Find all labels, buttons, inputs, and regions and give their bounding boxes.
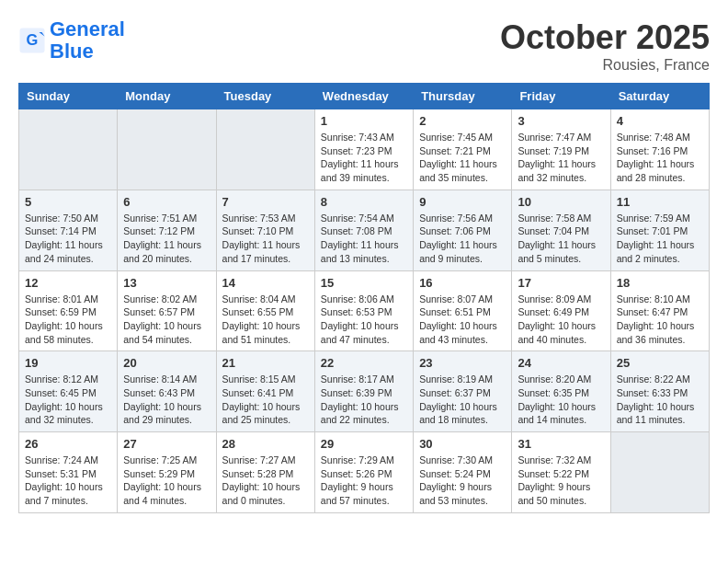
day-info: Sunrise: 7:29 AMSunset: 5:26 PMDaylight:… — [321, 454, 407, 508]
day-info: Sunrise: 7:47 AMSunset: 7:19 PMDaylight:… — [518, 131, 604, 185]
day-number: 23 — [419, 356, 506, 370]
calendar-cell: 31Sunrise: 7:32 AMSunset: 5:22 PMDayligh… — [512, 432, 610, 513]
day-info: Sunrise: 8:04 AMSunset: 6:55 PMDaylight:… — [222, 293, 309, 347]
day-number: 16 — [419, 276, 506, 290]
day-number: 18 — [617, 276, 703, 290]
calendar-cell: 23Sunrise: 8:19 AMSunset: 6:37 PMDayligh… — [414, 351, 512, 432]
day-info: Sunrise: 7:53 AMSunset: 7:10 PMDaylight:… — [222, 212, 309, 266]
day-number: 8 — [321, 195, 407, 209]
calendar-cell: 25Sunrise: 8:22 AMSunset: 6:33 PMDayligh… — [610, 351, 709, 432]
day-number: 3 — [518, 114, 604, 128]
day-number: 12 — [25, 276, 111, 290]
col-header-saturday: Saturday — [610, 84, 709, 109]
day-info: Sunrise: 8:15 AMSunset: 6:41 PMDaylight:… — [222, 373, 309, 427]
day-number: 9 — [419, 195, 506, 209]
day-info: Sunrise: 7:50 AMSunset: 7:14 PMDaylight:… — [25, 212, 111, 266]
day-number: 15 — [321, 276, 407, 290]
calendar-cell: 24Sunrise: 8:20 AMSunset: 6:35 PMDayligh… — [512, 351, 610, 432]
day-info: Sunrise: 7:43 AMSunset: 7:23 PMDaylight:… — [321, 131, 407, 185]
day-info: Sunrise: 7:25 AMSunset: 5:29 PMDaylight:… — [123, 454, 210, 508]
calendar-table: SundayMondayTuesdayWednesdayThursdayFrid… — [18, 83, 710, 513]
calendar-cell: 2Sunrise: 7:45 AMSunset: 7:21 PMDaylight… — [414, 109, 512, 190]
day-number: 20 — [123, 356, 210, 370]
day-info: Sunrise: 8:22 AMSunset: 6:33 PMDaylight:… — [617, 373, 703, 427]
page-header: G General Blue October 2025 Rousies, Fra… — [18, 18, 710, 74]
day-info: Sunrise: 8:12 AMSunset: 6:45 PMDaylight:… — [25, 373, 111, 427]
day-number: 19 — [25, 356, 111, 370]
calendar-cell: 5Sunrise: 7:50 AMSunset: 7:14 PMDaylight… — [19, 190, 118, 270]
calendar-cell: 26Sunrise: 7:24 AMSunset: 5:31 PMDayligh… — [19, 432, 118, 513]
day-info: Sunrise: 7:58 AMSunset: 7:04 PMDaylight:… — [518, 212, 604, 266]
day-info: Sunrise: 8:10 AMSunset: 6:47 PMDaylight:… — [617, 293, 703, 347]
calendar-cell: 7Sunrise: 7:53 AMSunset: 7:10 PMDaylight… — [216, 190, 314, 270]
calendar-cell: 9Sunrise: 7:56 AMSunset: 7:06 PMDaylight… — [414, 190, 512, 270]
day-info: Sunrise: 7:30 AMSunset: 5:24 PMDaylight:… — [419, 454, 506, 508]
calendar-cell: 14Sunrise: 8:04 AMSunset: 6:55 PMDayligh… — [216, 270, 314, 351]
calendar-week-row: 1Sunrise: 7:43 AMSunset: 7:23 PMDaylight… — [19, 109, 710, 190]
title-block: October 2025 Rousies, France — [500, 18, 710, 74]
day-number: 25 — [617, 356, 703, 370]
day-info: Sunrise: 8:19 AMSunset: 6:37 PMDaylight:… — [419, 373, 506, 427]
calendar-cell — [610, 432, 709, 513]
calendar-cell: 13Sunrise: 8:02 AMSunset: 6:57 PMDayligh… — [118, 270, 216, 351]
day-number: 10 — [518, 195, 604, 209]
month-title: October 2025 — [500, 18, 710, 57]
logo-text: General Blue — [50, 18, 125, 63]
calendar-cell: 21Sunrise: 8:15 AMSunset: 6:41 PMDayligh… — [216, 351, 314, 432]
day-number: 1 — [321, 114, 407, 128]
day-info: Sunrise: 7:32 AMSunset: 5:22 PMDaylight:… — [518, 454, 604, 508]
day-number: 26 — [25, 437, 111, 451]
day-number: 24 — [518, 356, 604, 370]
calendar-cell: 10Sunrise: 7:58 AMSunset: 7:04 PMDayligh… — [512, 190, 610, 270]
calendar-cell: 18Sunrise: 8:10 AMSunset: 6:47 PMDayligh… — [610, 270, 709, 351]
day-number: 28 — [222, 437, 309, 451]
col-header-tuesday: Tuesday — [216, 84, 314, 109]
calendar-cell: 8Sunrise: 7:54 AMSunset: 7:08 PMDaylight… — [314, 190, 413, 270]
day-info: Sunrise: 7:56 AMSunset: 7:06 PMDaylight:… — [419, 212, 506, 266]
day-info: Sunrise: 8:02 AMSunset: 6:57 PMDaylight:… — [123, 293, 210, 347]
day-info: Sunrise: 7:48 AMSunset: 7:16 PMDaylight:… — [617, 131, 703, 185]
calendar-cell: 19Sunrise: 8:12 AMSunset: 6:45 PMDayligh… — [19, 351, 118, 432]
calendar-week-row: 26Sunrise: 7:24 AMSunset: 5:31 PMDayligh… — [19, 432, 710, 513]
calendar-cell: 15Sunrise: 8:06 AMSunset: 6:53 PMDayligh… — [314, 270, 413, 351]
day-number: 27 — [123, 437, 210, 451]
calendar-cell — [216, 109, 314, 190]
calendar-cell: 28Sunrise: 7:27 AMSunset: 5:28 PMDayligh… — [216, 432, 314, 513]
day-info: Sunrise: 8:01 AMSunset: 6:59 PMDaylight:… — [25, 293, 111, 347]
day-number: 22 — [321, 356, 407, 370]
calendar-cell: 4Sunrise: 7:48 AMSunset: 7:16 PMDaylight… — [610, 109, 709, 190]
calendar-cell: 1Sunrise: 7:43 AMSunset: 7:23 PMDaylight… — [314, 109, 413, 190]
logo-icon: G — [18, 27, 46, 54]
day-number: 4 — [617, 114, 703, 128]
day-info: Sunrise: 7:45 AMSunset: 7:21 PMDaylight:… — [419, 131, 506, 185]
day-number: 30 — [419, 437, 506, 451]
day-number: 29 — [321, 437, 407, 451]
calendar-cell: 6Sunrise: 7:51 AMSunset: 7:12 PMDaylight… — [118, 190, 216, 270]
calendar-header-row: SundayMondayTuesdayWednesdayThursdayFrid… — [19, 84, 710, 109]
day-info: Sunrise: 7:54 AMSunset: 7:08 PMDaylight:… — [321, 212, 407, 266]
day-info: Sunrise: 8:17 AMSunset: 6:39 PMDaylight:… — [321, 373, 407, 427]
calendar-cell: 27Sunrise: 7:25 AMSunset: 5:29 PMDayligh… — [118, 432, 216, 513]
day-info: Sunrise: 8:07 AMSunset: 6:51 PMDaylight:… — [419, 293, 506, 347]
day-number: 11 — [617, 195, 703, 209]
day-info: Sunrise: 7:59 AMSunset: 7:01 PMDaylight:… — [617, 212, 703, 266]
calendar-week-row: 19Sunrise: 8:12 AMSunset: 6:45 PMDayligh… — [19, 351, 710, 432]
calendar-cell: 17Sunrise: 8:09 AMSunset: 6:49 PMDayligh… — [512, 270, 610, 351]
calendar-cell: 20Sunrise: 8:14 AMSunset: 6:43 PMDayligh… — [118, 351, 216, 432]
calendar-week-row: 5Sunrise: 7:50 AMSunset: 7:14 PMDaylight… — [19, 190, 710, 270]
calendar-cell — [118, 109, 216, 190]
calendar-cell: 3Sunrise: 7:47 AMSunset: 7:19 PMDaylight… — [512, 109, 610, 190]
day-number: 6 — [123, 195, 210, 209]
calendar-cell: 12Sunrise: 8:01 AMSunset: 6:59 PMDayligh… — [19, 270, 118, 351]
calendar-cell: 30Sunrise: 7:30 AMSunset: 5:24 PMDayligh… — [414, 432, 512, 513]
day-number: 2 — [419, 114, 506, 128]
calendar-cell: 16Sunrise: 8:07 AMSunset: 6:51 PMDayligh… — [414, 270, 512, 351]
col-header-thursday: Thursday — [414, 84, 512, 109]
day-info: Sunrise: 7:24 AMSunset: 5:31 PMDaylight:… — [25, 454, 111, 508]
day-info: Sunrise: 8:14 AMSunset: 6:43 PMDaylight:… — [123, 373, 210, 427]
day-number: 5 — [25, 195, 111, 209]
day-info: Sunrise: 7:51 AMSunset: 7:12 PMDaylight:… — [123, 212, 210, 266]
calendar-cell — [19, 109, 118, 190]
logo: G General Blue — [18, 18, 125, 63]
day-info: Sunrise: 7:27 AMSunset: 5:28 PMDaylight:… — [222, 454, 309, 508]
